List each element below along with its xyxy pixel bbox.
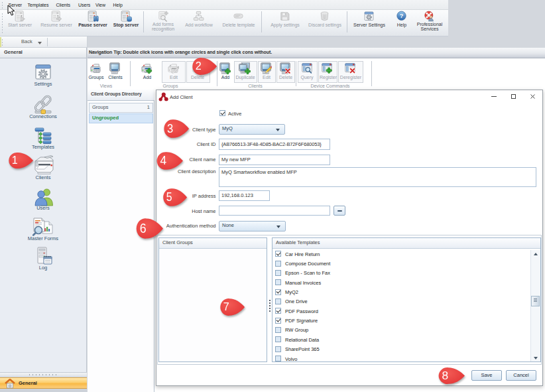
svg-text:5: 5 [166, 190, 172, 204]
svg-text:8: 8 [442, 369, 448, 381]
svg-text:4: 4 [160, 154, 166, 167]
svg-text:3: 3 [167, 121, 173, 135]
svg-text:1: 1 [12, 155, 18, 166]
svg-text:6: 6 [140, 221, 147, 235]
svg-text:?: ? [400, 13, 404, 19]
svg-text:7: 7 [223, 300, 229, 313]
svg-text:2: 2 [196, 60, 202, 72]
